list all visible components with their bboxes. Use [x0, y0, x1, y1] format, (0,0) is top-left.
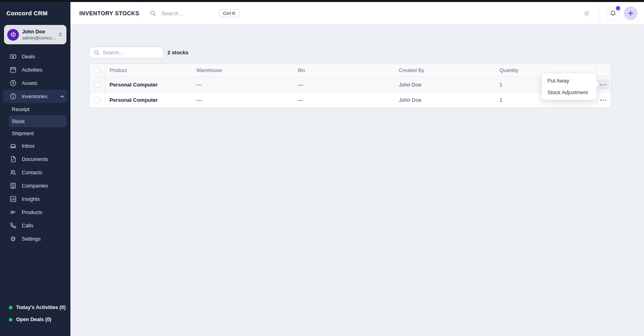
- search-icon: [150, 10, 156, 16]
- app-logo: Concord CRM: [0, 2, 70, 24]
- theme-toggle-button[interactable]: [580, 7, 592, 19]
- row-checkbox[interactable]: [94, 82, 100, 88]
- sidebar-item-label: Inbox: [22, 143, 35, 149]
- products-icon: [10, 209, 17, 216]
- bin-cell: —: [293, 97, 394, 103]
- row-menu-button[interactable]: ···: [599, 95, 609, 105]
- documents-icon: [10, 156, 17, 163]
- list-toolbar: 2 stocks: [89, 47, 188, 58]
- column-header-warehouse[interactable]: Warehouse: [192, 68, 293, 73]
- sidebar-item-inbox[interactable]: Inbox: [0, 139, 70, 153]
- sidebar-item-shipment[interactable]: Shipment: [9, 127, 67, 139]
- table-search-input[interactable]: [103, 49, 155, 56]
- created-by-cell: John Doe: [394, 82, 495, 88]
- sidebar-item-label: Assets: [22, 80, 37, 86]
- sidebar-item-inventories[interactable]: Inventories: [3, 90, 67, 103]
- sidebar-item-label: Deals: [22, 54, 35, 60]
- ellipsis-icon: ···: [600, 97, 607, 103]
- contacts-icon: [10, 169, 17, 176]
- sidebar-item-receipt[interactable]: Receipt: [9, 103, 67, 115]
- sidebar-item-label: Contacts: [22, 169, 42, 175]
- main-content: 2 stocks Product Warehouse Bin Created B…: [70, 25, 644, 336]
- insights-icon: [10, 196, 17, 202]
- sidebar-item-label: Documents: [22, 156, 48, 162]
- sidebar-item-insights[interactable]: Insights: [0, 192, 70, 206]
- product-cell[interactable]: Personal Computer: [105, 82, 192, 88]
- column-header-bin[interactable]: Bin: [293, 68, 394, 73]
- green-dot-icon: [9, 306, 12, 309]
- svg-text:$: $: [12, 81, 14, 85]
- topbar-actions: [580, 2, 644, 25]
- chevron-up-icon: [60, 94, 65, 99]
- search-icon: [94, 50, 99, 56]
- sidebar-item-label: Calls: [22, 223, 33, 229]
- sidebar-item-label: Insights: [22, 196, 40, 202]
- todays-activities-link[interactable]: Today's Activities (0): [0, 301, 70, 313]
- user-email: admin@conco...: [22, 35, 58, 41]
- row-checkbox[interactable]: [94, 97, 100, 103]
- sidebar: Concord CRM John Doe admin@conco... Deal…: [0, 2, 70, 336]
- sidebar-item-label: Shipment: [12, 130, 34, 136]
- gear-icon: ⚙: [10, 236, 17, 242]
- plus-icon: [627, 10, 634, 16]
- user-meta: John Doe admin@conco...: [22, 29, 58, 41]
- page-title-wrap: INVENTORY STOCKS: [70, 2, 139, 25]
- menu-item-stock-adjustment[interactable]: Stock Adjustment: [542, 87, 597, 98]
- todays-activities-label: Today's Activities (0): [16, 305, 66, 310]
- sidebar-item-stock[interactable]: Stock: [9, 115, 67, 127]
- table-row: Personal Computer — — John Doe 1 ···: [90, 77, 611, 92]
- sidebar-item-activities[interactable]: Activities: [0, 63, 70, 76]
- divider: [600, 2, 600, 25]
- sidebar-item-settings[interactable]: ⚙ Settings: [0, 232, 70, 245]
- sidebar-item-documents[interactable]: Documents: [0, 153, 70, 166]
- column-header-product[interactable]: Product: [105, 68, 192, 73]
- sidebar-item-label: Companies: [22, 183, 48, 189]
- column-header-created-by[interactable]: Created By: [394, 68, 495, 73]
- sidebar-footer: Today's Activities (0) Open Deals (0): [0, 301, 70, 326]
- deals-icon: [10, 53, 17, 60]
- header-actions-cell: [596, 64, 611, 76]
- companies-icon: [10, 182, 17, 189]
- table-row: Personal Computer — — John Doe 1 ···: [90, 92, 611, 107]
- notifications-button[interactable]: [606, 6, 620, 20]
- sidebar-item-products[interactable]: Products: [0, 206, 70, 219]
- global-search-placeholder: Search...: [161, 10, 183, 16]
- table-search: [89, 47, 163, 58]
- user-name: John Doe: [22, 29, 58, 35]
- sidebar-item-companies[interactable]: Companies: [0, 179, 70, 192]
- browser-top-strip: [0, 0, 644, 2]
- row-actions-menu: Put Away Stock Adjustment: [542, 73, 597, 100]
- inventories-icon: [10, 93, 17, 100]
- column-header-quantity[interactable]: Quantity: [495, 68, 596, 73]
- sidebar-nav: Deals Activities $ Assets Inventories Re…: [0, 50, 70, 245]
- sidebar-item-calls[interactable]: Calls: [0, 219, 70, 232]
- select-all-checkbox[interactable]: [94, 67, 100, 73]
- inbox-icon: [10, 142, 17, 149]
- sidebar-item-label: Inventories: [22, 93, 47, 99]
- sidebar-item-label: Settings: [22, 236, 41, 242]
- avatar: [7, 29, 19, 41]
- top-bar: INVENTORY STOCKS Search... Ctrl K: [70, 2, 644, 25]
- sidebar-item-label: Receipt: [12, 106, 29, 112]
- product-cell[interactable]: Personal Computer: [105, 97, 192, 103]
- row-actions-cell: ···: [596, 93, 611, 107]
- create-button[interactable]: [624, 6, 638, 20]
- open-deals-label: Open Deals (0): [16, 317, 52, 322]
- notification-badge: [616, 6, 620, 10]
- sidebar-item-contacts[interactable]: Contacts: [0, 166, 70, 179]
- sidebar-item-deals[interactable]: Deals: [0, 50, 70, 63]
- created-by-cell: John Doe: [394, 97, 495, 103]
- stocks-table: Product Warehouse Bin Created By Quantit…: [89, 64, 611, 108]
- row-menu-button[interactable]: ···: [599, 79, 609, 90]
- user-menu[interactable]: John Doe admin@conco...: [4, 25, 66, 44]
- assets-icon: $: [10, 80, 17, 87]
- power-icon: [10, 32, 16, 37]
- ellipsis-icon: ···: [600, 82, 607, 88]
- open-deals-link[interactable]: Open Deals (0): [0, 313, 70, 326]
- calls-icon: [10, 222, 17, 229]
- row-checkbox-cell: [90, 93, 105, 107]
- sidebar-item-assets[interactable]: $ Assets: [0, 76, 70, 90]
- menu-item-put-away[interactable]: Put Away: [542, 75, 597, 87]
- global-search[interactable]: Search... Ctrl K: [139, 2, 239, 25]
- warehouse-cell: —: [192, 82, 293, 88]
